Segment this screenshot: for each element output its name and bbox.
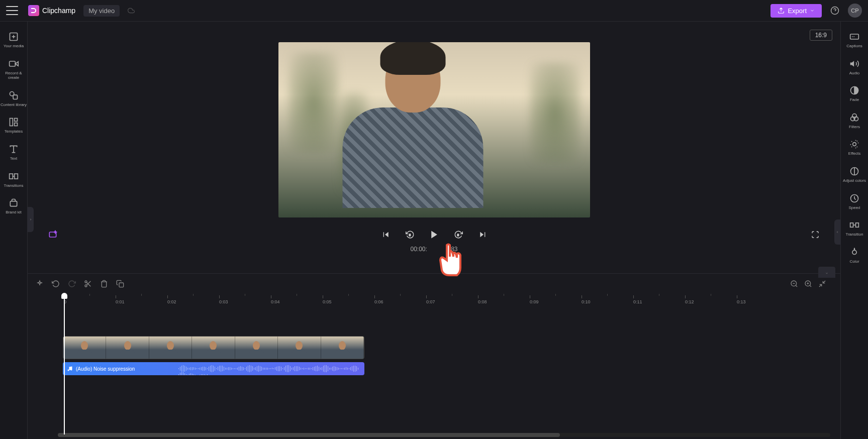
skip-forward-icon bbox=[478, 231, 487, 239]
sidebar-color[interactable]: Color bbox=[841, 242, 868, 269]
aspect-ratio-button[interactable]: 16:9 bbox=[810, 30, 832, 41]
captions-icon bbox=[849, 32, 859, 42]
sidebar-your-media[interactable]: Your media bbox=[0, 27, 27, 54]
sidebar-audio[interactable]: Audio bbox=[841, 54, 868, 81]
zoom-in-button[interactable] bbox=[804, 280, 812, 288]
skip-forward-button[interactable] bbox=[475, 228, 490, 242]
chevron-right-icon bbox=[29, 217, 32, 222]
left-panel-expand-handle[interactable] bbox=[28, 207, 34, 232]
brand-icon bbox=[9, 198, 19, 208]
fullscreen-button[interactable] bbox=[808, 228, 822, 242]
color-icon bbox=[849, 247, 859, 257]
timeline-section: 00:010:020:030:040:050:060:070:080:090:1… bbox=[28, 273, 840, 439]
sidebar-filters[interactable]: Filters bbox=[841, 107, 868, 135]
sparkle-film-icon bbox=[48, 230, 58, 240]
preview-area: 16:9 5 5 bbox=[28, 22, 840, 273]
split-button[interactable] bbox=[84, 280, 92, 288]
sidebar-label: Color bbox=[849, 259, 859, 264]
svg-line-34 bbox=[810, 285, 811, 287]
duplicate-button[interactable] bbox=[116, 280, 124, 288]
redo-button[interactable] bbox=[68, 280, 76, 288]
export-button[interactable]: Export bbox=[770, 4, 822, 18]
help-button[interactable] bbox=[828, 4, 842, 18]
sidebar-label: Captions bbox=[846, 44, 862, 49]
sidebar-record-create[interactable]: Record & create bbox=[0, 54, 27, 85]
svg-text:5: 5 bbox=[409, 234, 411, 237]
sidebar-transition[interactable]: Transition bbox=[841, 215, 868, 242]
zoom-fit-button[interactable] bbox=[818, 280, 826, 288]
sidebar-label: Audio bbox=[849, 71, 859, 76]
rewind-5-button[interactable]: 5 bbox=[403, 228, 417, 242]
hamburger-menu-icon[interactable] bbox=[6, 6, 18, 15]
sidebar-captions[interactable]: Captions bbox=[841, 27, 868, 54]
fade-icon bbox=[849, 85, 859, 95]
sidebar-transitions[interactable]: Transitions bbox=[0, 166, 27, 193]
header: Clipchamp My video Export CP bbox=[0, 0, 868, 22]
video-clip[interactable] bbox=[63, 336, 364, 359]
auto-tool-button[interactable] bbox=[36, 280, 44, 288]
scissors-icon bbox=[84, 280, 92, 288]
audio-clip-label: (Audio) Noise suppression bbox=[76, 366, 135, 372]
svg-marker-5 bbox=[15, 61, 18, 65]
forward-5-button[interactable]: 5 bbox=[451, 228, 465, 242]
svg-line-38 bbox=[819, 284, 822, 287]
sidebar-speed[interactable]: Speed bbox=[841, 188, 868, 215]
duration: .83 bbox=[449, 246, 458, 253]
transitions-icon bbox=[9, 171, 19, 181]
sidebar-label: Templates bbox=[5, 129, 23, 134]
skip-back-button[interactable] bbox=[379, 228, 393, 242]
auto-compose-button[interactable] bbox=[46, 228, 60, 242]
upload-icon bbox=[778, 7, 785, 14]
svg-rect-7 bbox=[13, 95, 17, 99]
sidebar-templates[interactable]: Templates bbox=[0, 112, 27, 139]
svg-marker-43 bbox=[850, 61, 854, 67]
record-icon bbox=[9, 59, 19, 69]
project-title[interactable]: My video bbox=[83, 5, 120, 17]
chevron-left-icon bbox=[836, 230, 839, 235]
timeline-ruler[interactable]: 00:010:020:030:040:050:060:070:080:090:1… bbox=[28, 294, 840, 306]
ruler-mark: 0:10 bbox=[582, 295, 591, 304]
video-preview-canvas[interactable] bbox=[278, 42, 590, 217]
sidebar-content-library[interactable]: Content library bbox=[0, 85, 27, 113]
audio-clip[interactable]: (Audio) Noise suppression bbox=[63, 362, 364, 375]
sidebar-effects[interactable]: Effects bbox=[841, 134, 868, 161]
logo-icon bbox=[28, 5, 39, 16]
play-button[interactable] bbox=[427, 228, 441, 242]
ruler-mark: 0:09 bbox=[530, 295, 539, 304]
ruler-mark: 0:13 bbox=[737, 295, 746, 304]
ruler-mark: 0:05 bbox=[323, 295, 332, 304]
user-avatar[interactable]: CP bbox=[848, 4, 862, 18]
timeline-tracks: (Audio) Noise suppression bbox=[28, 306, 840, 439]
audio-icon bbox=[849, 59, 859, 69]
svg-line-31 bbox=[796, 285, 797, 287]
text-icon bbox=[9, 144, 19, 154]
help-icon bbox=[830, 6, 839, 15]
right-sidebar: Captions Audio Fade Filters Effects Adju… bbox=[840, 22, 868, 439]
plus-box-icon bbox=[9, 32, 19, 42]
sidebar-label: Filters bbox=[849, 125, 860, 130]
playhead[interactable] bbox=[64, 294, 65, 434]
sparkle-icon bbox=[36, 280, 44, 288]
right-panel-collapse-handle[interactable] bbox=[834, 220, 840, 245]
sidebar-fade[interactable]: Fade bbox=[841, 80, 868, 107]
ruler-mark: 0:03 bbox=[219, 295, 228, 304]
undo-button[interactable] bbox=[52, 280, 60, 288]
fit-icon bbox=[818, 280, 826, 288]
chevron-down-icon bbox=[824, 272, 829, 275]
zoom-out-button[interactable] bbox=[790, 280, 798, 288]
time-display: 00:00: .83 bbox=[410, 246, 457, 253]
svg-rect-29 bbox=[119, 283, 124, 287]
cloud-sync-icon[interactable] bbox=[127, 7, 136, 14]
music-note-icon bbox=[67, 366, 73, 372]
svg-point-26 bbox=[85, 285, 87, 287]
sidebar-text[interactable]: Text bbox=[0, 139, 27, 166]
app-logo[interactable]: Clipchamp bbox=[28, 5, 75, 16]
svg-marker-18 bbox=[385, 232, 389, 238]
sidebar-adjust-colors[interactable]: Adjust colors bbox=[841, 161, 868, 188]
timeline-collapse-toggle[interactable] bbox=[818, 267, 835, 278]
delete-button[interactable] bbox=[100, 280, 108, 288]
timeline-scrollbar[interactable] bbox=[58, 433, 830, 437]
ruler-mark: 0:04 bbox=[271, 295, 280, 304]
transition-icon bbox=[849, 220, 859, 230]
sidebar-brand-kit[interactable]: Brand kit bbox=[0, 193, 27, 220]
